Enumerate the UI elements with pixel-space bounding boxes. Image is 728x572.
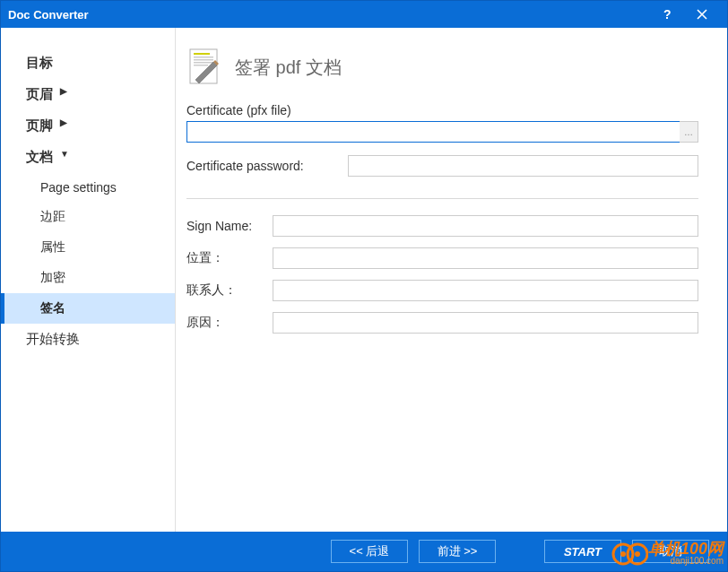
chevron-down-icon: ▼ [60, 149, 69, 159]
sidebar-item-margins[interactable]: 边距 [1, 202, 175, 232]
sidebar-item-properties[interactable]: 属性 [1, 232, 175, 263]
svg-rect-6 [194, 65, 208, 66]
location-label: 位置： [186, 250, 273, 266]
chevron-right-icon: ▶ [60, 117, 67, 127]
contact-input[interactable] [273, 280, 698, 301]
certificate-label: Certificate (pfx file) [186, 103, 698, 117]
sidebar-item-sign[interactable]: 签名 [1, 293, 175, 324]
window-title: Doc Converter [8, 8, 648, 22]
sidebar-item-header[interactable]: 页眉▶ [1, 79, 175, 110]
cancel-button[interactable]: 取消 [632, 540, 709, 563]
content-panel: 签署 pdf 文档 Certificate (pfx file) … Certi… [176, 28, 727, 532]
browse-button[interactable]: … [680, 121, 698, 143]
page-title: 签署 pdf 文档 [235, 56, 342, 80]
svg-rect-4 [194, 59, 213, 61]
sign-name-input[interactable] [273, 215, 698, 237]
back-button[interactable]: << 后退 [331, 540, 408, 563]
footer: << 后退 前进 >> START 取消 [1, 532, 727, 571]
close-button[interactable] [684, 1, 720, 28]
sidebar-item-encrypt[interactable]: 加密 [1, 263, 175, 293]
location-input[interactable] [273, 247, 698, 269]
forward-button[interactable]: 前进 >> [419, 540, 496, 563]
sidebar-item-start-convert[interactable]: 开始转换 [1, 324, 175, 355]
reason-label: 原因： [186, 315, 273, 331]
start-button[interactable]: START [544, 540, 621, 563]
certificate-password-label: Certificate password: [186, 159, 348, 173]
titlebar: Doc Converter ? [1, 1, 727, 28]
sidebar-item-document[interactable]: 文档▼ [1, 142, 175, 173]
sign-name-label: Sign Name: [186, 219, 273, 233]
help-button[interactable]: ? [648, 1, 684, 28]
sidebar-item-page-settings[interactable]: Page settings [1, 173, 175, 202]
sidebar-item-footer[interactable]: 页脚▶ [1, 110, 175, 142]
svg-rect-2 [194, 53, 210, 55]
certificate-input[interactable] [186, 121, 680, 143]
sidebar: 目标 页眉▶ 页脚▶ 文档▼ Page settings 边距 属性 加密 签名… [1, 28, 176, 532]
divider [186, 198, 698, 199]
sidebar-item-target[interactable]: 目标 [1, 48, 175, 79]
chevron-right-icon: ▶ [60, 86, 67, 96]
svg-text:?: ? [663, 8, 672, 21]
certificate-password-input[interactable] [348, 155, 698, 177]
reason-input[interactable] [273, 312, 698, 334]
contact-label: 联系人： [186, 282, 273, 299]
document-sign-icon [186, 48, 222, 87]
svg-rect-3 [194, 56, 213, 58]
svg-rect-5 [194, 62, 213, 64]
